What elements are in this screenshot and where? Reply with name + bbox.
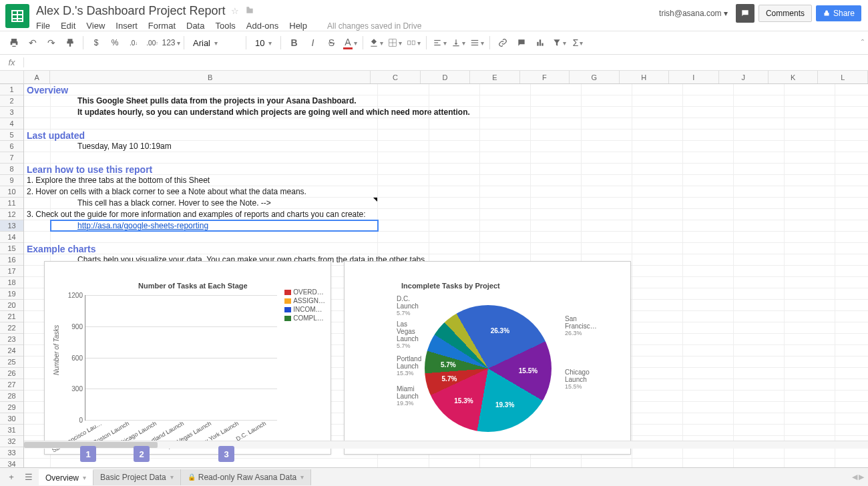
column-header[interactable]: D — [421, 71, 470, 83]
row-header[interactable]: 18 — [0, 277, 23, 288]
menu-help[interactable]: Help — [289, 21, 307, 31]
cell[interactable]: Last updated — [24, 130, 378, 140]
row-header[interactable]: 20 — [0, 300, 23, 311]
cell[interactable]: It updates hourly, so you can understand… — [51, 107, 378, 117]
sheet-tab[interactable]: 🔒Read-only Raw Asana Data▾ — [181, 469, 311, 485]
column-header[interactable]: L — [818, 71, 867, 83]
row-header[interactable]: 22 — [0, 322, 23, 334]
format-currency-button[interactable]: $ — [87, 34, 105, 51]
sheet-tab[interactable]: Basic Project Data▾ — [93, 469, 181, 485]
row-header[interactable]: 28 — [0, 391, 23, 402]
add-sheet-button[interactable]: + — [4, 470, 19, 485]
star-icon[interactable]: ☆ — [231, 6, 239, 16]
cell[interactable]: Overview — [24, 84, 378, 95]
column-header[interactable]: H — [620, 71, 669, 83]
column-header[interactable]: E — [470, 71, 519, 83]
row-header[interactable]: 3 — [0, 107, 23, 118]
user-email[interactable]: trish@asana.com ▾ — [659, 9, 728, 18]
document-title[interactable]: Alex D.'s Dashboard Project Report — [36, 4, 226, 18]
print-icon[interactable] — [5, 34, 23, 51]
row-header[interactable]: 15 — [0, 243, 23, 254]
cell[interactable]: Example charts — [24, 243, 378, 254]
font-size-select[interactable]: 10▾ — [250, 36, 276, 50]
row-header[interactable]: 1 — [0, 84, 23, 95]
menu-data[interactable]: Data — [186, 21, 204, 31]
cell[interactable]: 1. Explore the three tabs at the bottom … — [24, 175, 378, 186]
row-header[interactable]: 12 — [0, 209, 23, 220]
insert-comment-icon[interactable] — [513, 34, 530, 51]
strikethrough-button[interactable]: S — [322, 34, 340, 51]
row-header[interactable]: 21 — [0, 311, 23, 322]
cell[interactable]: Tuesday, May 10 10:19am — [51, 141, 378, 152]
column-header[interactable]: C — [371, 71, 420, 83]
row-header[interactable]: 17 — [0, 266, 23, 277]
insert-chart-icon[interactable] — [531, 34, 549, 51]
italic-button[interactable]: I — [304, 34, 321, 51]
row-header[interactable]: 11 — [0, 198, 23, 209]
row-header[interactable]: 7 — [0, 152, 23, 164]
row-header[interactable]: 31 — [0, 425, 23, 436]
row-header[interactable]: 25 — [0, 356, 23, 368]
fill-color-button[interactable]: ▾ — [367, 34, 385, 51]
decrease-decimal-button[interactable]: .0↓ — [125, 34, 142, 51]
format-percent-button[interactable]: % — [106, 34, 124, 51]
cell[interactable]: 3. Check out the guide for more informat… — [24, 209, 378, 220]
row-header[interactable]: 8 — [0, 164, 23, 175]
menu-insert[interactable]: Insert — [116, 21, 138, 31]
column-header[interactable]: B — [50, 71, 371, 83]
formula-input[interactable] — [24, 57, 868, 67]
menu-tools[interactable]: Tools — [215, 21, 235, 31]
share-button[interactable]: Share — [816, 5, 861, 21]
cell[interactable]: This cell has a black corner. Hover to s… — [51, 198, 378, 208]
sheets-app-icon[interactable] — [5, 4, 29, 28]
row-header[interactable]: 13 — [0, 220, 23, 232]
paint-format-icon[interactable] — [61, 34, 79, 51]
borders-button[interactable]: ▾ — [386, 34, 403, 51]
row-header[interactable]: 4 — [0, 118, 23, 130]
row-header[interactable]: 30 — [0, 413, 23, 425]
row-header[interactable]: 32 — [0, 436, 23, 447]
text-color-button[interactable]: A▾ — [341, 34, 359, 51]
pie-chart[interactable]: Incomplete Tasks by Project 26.3%15.5%19… — [344, 261, 631, 455]
font-family-select[interactable]: Arial▾ — [188, 36, 242, 50]
cell[interactable] — [51, 118, 378, 129]
menu-view[interactable]: View — [86, 21, 105, 31]
menu-edit[interactable]: Edit — [61, 21, 75, 31]
column-header[interactable]: G — [570, 71, 619, 83]
row-header[interactable]: 5 — [0, 130, 23, 141]
redo-icon[interactable]: ↷ — [43, 34, 60, 51]
tab-scroll-left-icon[interactable]: ◀ — [852, 473, 857, 481]
column-header[interactable]: K — [769, 71, 818, 83]
row-header[interactable]: 6 — [0, 141, 23, 152]
tab-scroll-right-icon[interactable]: ▶ — [859, 473, 864, 481]
column-header[interactable]: A — [24, 71, 50, 83]
cell[interactable] — [51, 459, 378, 467]
column-header[interactable]: F — [520, 71, 570, 83]
row-header[interactable]: 33 — [0, 447, 23, 459]
menu-format[interactable]: Format — [148, 21, 176, 31]
cell[interactable]: 2. Hover on cells with a black corner to… — [24, 186, 378, 197]
row-header[interactable]: 29 — [0, 402, 23, 413]
row-header[interactable]: 16 — [0, 254, 23, 266]
horizontal-scrollbar[interactable] — [24, 441, 868, 449]
chat-icon[interactable] — [736, 4, 754, 23]
comments-button[interactable]: Comments — [758, 5, 812, 22]
row-header[interactable]: 23 — [0, 334, 23, 345]
row-header[interactable]: 9 — [0, 175, 23, 186]
row-header[interactable]: 34 — [0, 459, 23, 467]
collapse-toolbar-icon[interactable]: ˆ — [861, 38, 864, 48]
cell[interactable]: This Google Sheet pulls data from the pr… — [51, 95, 378, 106]
sheet-tab[interactable]: Overview▾ — [39, 469, 93, 485]
column-header[interactable]: J — [719, 71, 769, 83]
increase-decimal-button[interactable]: .00↑ — [144, 34, 161, 51]
insert-link-icon[interactable] — [494, 34, 511, 51]
text-wrap-button[interactable]: ▾ — [468, 34, 485, 51]
bar-chart[interactable]: Number of Tasks at Each Stage Number of … — [44, 261, 331, 455]
undo-icon[interactable]: ↶ — [24, 34, 41, 51]
row-header[interactable]: 10 — [0, 186, 23, 198]
cell[interactable]: http://asa.na/google-sheets-reporting — [51, 220, 378, 231]
all-sheets-button[interactable]: ☰ — [21, 470, 36, 485]
column-header[interactable]: I — [669, 71, 718, 83]
row-header[interactable]: 19 — [0, 288, 23, 300]
cell[interactable] — [51, 152, 378, 163]
